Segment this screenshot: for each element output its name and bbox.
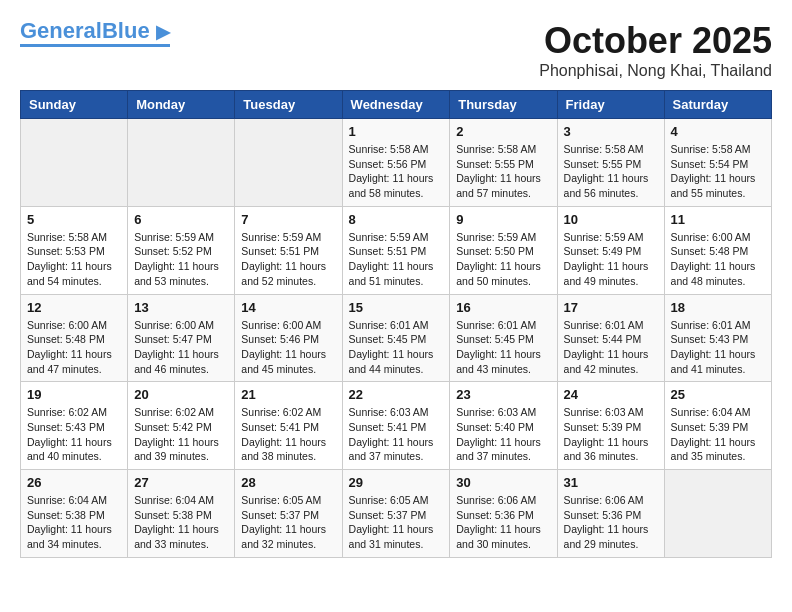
calendar-cell: 27Sunrise: 6:04 AM Sunset: 5:38 PM Dayli… <box>128 470 235 558</box>
week-row-1: 1Sunrise: 5:58 AM Sunset: 5:56 PM Daylig… <box>21 119 772 207</box>
day-info: Sunrise: 6:03 AM Sunset: 5:40 PM Dayligh… <box>456 405 550 464</box>
day-info: Sunrise: 5:58 AM Sunset: 5:54 PM Dayligh… <box>671 142 765 201</box>
calendar-cell: 23Sunrise: 6:03 AM Sunset: 5:40 PM Dayli… <box>450 382 557 470</box>
day-number: 19 <box>27 387 121 402</box>
day-number: 11 <box>671 212 765 227</box>
day-number: 1 <box>349 124 444 139</box>
day-number: 2 <box>456 124 550 139</box>
day-number: 25 <box>671 387 765 402</box>
calendar-cell <box>235 119 342 207</box>
day-number: 22 <box>349 387 444 402</box>
calendar-cell: 31Sunrise: 6:06 AM Sunset: 5:36 PM Dayli… <box>557 470 664 558</box>
calendar-cell: 20Sunrise: 6:02 AM Sunset: 5:42 PM Dayli… <box>128 382 235 470</box>
day-info: Sunrise: 6:03 AM Sunset: 5:39 PM Dayligh… <box>564 405 658 464</box>
day-info: Sunrise: 6:06 AM Sunset: 5:36 PM Dayligh… <box>456 493 550 552</box>
day-number: 30 <box>456 475 550 490</box>
weekday-header-monday: Monday <box>128 91 235 119</box>
day-info: Sunrise: 6:00 AM Sunset: 5:48 PM Dayligh… <box>671 230 765 289</box>
day-number: 12 <box>27 300 121 315</box>
day-info: Sunrise: 6:03 AM Sunset: 5:41 PM Dayligh… <box>349 405 444 464</box>
calendar-cell: 19Sunrise: 6:02 AM Sunset: 5:43 PM Dayli… <box>21 382 128 470</box>
day-number: 7 <box>241 212 335 227</box>
day-number: 20 <box>134 387 228 402</box>
day-info: Sunrise: 6:02 AM Sunset: 5:42 PM Dayligh… <box>134 405 228 464</box>
day-info: Sunrise: 6:01 AM Sunset: 5:44 PM Dayligh… <box>564 318 658 377</box>
calendar-cell: 26Sunrise: 6:04 AM Sunset: 5:38 PM Dayli… <box>21 470 128 558</box>
title-block: October 2025 Phonphisai, Nong Khai, Thai… <box>539 20 772 80</box>
day-info: Sunrise: 6:04 AM Sunset: 5:38 PM Dayligh… <box>27 493 121 552</box>
day-info: Sunrise: 6:02 AM Sunset: 5:43 PM Dayligh… <box>27 405 121 464</box>
calendar-cell: 1Sunrise: 5:58 AM Sunset: 5:56 PM Daylig… <box>342 119 450 207</box>
calendar-cell: 18Sunrise: 6:01 AM Sunset: 5:43 PM Dayli… <box>664 294 771 382</box>
page-header: GeneralBlue ▶ October 2025 Phonphisai, N… <box>20 20 772 80</box>
day-info: Sunrise: 6:01 AM Sunset: 5:43 PM Dayligh… <box>671 318 765 377</box>
day-number: 8 <box>349 212 444 227</box>
weekday-header-sunday: Sunday <box>21 91 128 119</box>
calendar-cell: 4Sunrise: 5:58 AM Sunset: 5:54 PM Daylig… <box>664 119 771 207</box>
day-info: Sunrise: 5:58 AM Sunset: 5:53 PM Dayligh… <box>27 230 121 289</box>
calendar-cell: 2Sunrise: 5:58 AM Sunset: 5:55 PM Daylig… <box>450 119 557 207</box>
day-number: 10 <box>564 212 658 227</box>
day-number: 27 <box>134 475 228 490</box>
calendar-cell: 22Sunrise: 6:03 AM Sunset: 5:41 PM Dayli… <box>342 382 450 470</box>
week-row-5: 26Sunrise: 6:04 AM Sunset: 5:38 PM Dayli… <box>21 470 772 558</box>
weekday-header-tuesday: Tuesday <box>235 91 342 119</box>
day-info: Sunrise: 5:59 AM Sunset: 5:50 PM Dayligh… <box>456 230 550 289</box>
day-number: 5 <box>27 212 121 227</box>
day-info: Sunrise: 6:01 AM Sunset: 5:45 PM Dayligh… <box>456 318 550 377</box>
week-row-4: 19Sunrise: 6:02 AM Sunset: 5:43 PM Dayli… <box>21 382 772 470</box>
logo-underline <box>20 44 170 47</box>
weekday-header-wednesday: Wednesday <box>342 91 450 119</box>
day-info: Sunrise: 5:58 AM Sunset: 5:55 PM Dayligh… <box>456 142 550 201</box>
calendar-cell: 21Sunrise: 6:02 AM Sunset: 5:41 PM Dayli… <box>235 382 342 470</box>
day-info: Sunrise: 5:59 AM Sunset: 5:49 PM Dayligh… <box>564 230 658 289</box>
calendar-cell: 17Sunrise: 6:01 AM Sunset: 5:44 PM Dayli… <box>557 294 664 382</box>
calendar-cell: 29Sunrise: 6:05 AM Sunset: 5:37 PM Dayli… <box>342 470 450 558</box>
day-number: 26 <box>27 475 121 490</box>
day-info: Sunrise: 6:05 AM Sunset: 5:37 PM Dayligh… <box>349 493 444 552</box>
day-number: 17 <box>564 300 658 315</box>
weekday-header-row: SundayMondayTuesdayWednesdayThursdayFrid… <box>21 91 772 119</box>
calendar-cell <box>21 119 128 207</box>
calendar-cell: 9Sunrise: 5:59 AM Sunset: 5:50 PM Daylig… <box>450 206 557 294</box>
day-info: Sunrise: 6:00 AM Sunset: 5:47 PM Dayligh… <box>134 318 228 377</box>
calendar-cell: 30Sunrise: 6:06 AM Sunset: 5:36 PM Dayli… <box>450 470 557 558</box>
calendar-cell: 8Sunrise: 5:59 AM Sunset: 5:51 PM Daylig… <box>342 206 450 294</box>
location: Phonphisai, Nong Khai, Thailand <box>539 62 772 80</box>
month-title: October 2025 <box>539 20 772 62</box>
day-number: 6 <box>134 212 228 227</box>
calendar-cell: 14Sunrise: 6:00 AM Sunset: 5:46 PM Dayli… <box>235 294 342 382</box>
day-info: Sunrise: 6:01 AM Sunset: 5:45 PM Dayligh… <box>349 318 444 377</box>
day-number: 16 <box>456 300 550 315</box>
day-info: Sunrise: 5:59 AM Sunset: 5:51 PM Dayligh… <box>241 230 335 289</box>
day-info: Sunrise: 5:58 AM Sunset: 5:56 PM Dayligh… <box>349 142 444 201</box>
calendar-cell <box>128 119 235 207</box>
calendar-cell: 10Sunrise: 5:59 AM Sunset: 5:49 PM Dayli… <box>557 206 664 294</box>
day-info: Sunrise: 6:04 AM Sunset: 5:38 PM Dayligh… <box>134 493 228 552</box>
calendar-cell: 6Sunrise: 5:59 AM Sunset: 5:52 PM Daylig… <box>128 206 235 294</box>
day-number: 28 <box>241 475 335 490</box>
calendar-cell: 25Sunrise: 6:04 AM Sunset: 5:39 PM Dayli… <box>664 382 771 470</box>
calendar-cell: 11Sunrise: 6:00 AM Sunset: 5:48 PM Dayli… <box>664 206 771 294</box>
weekday-header-saturday: Saturday <box>664 91 771 119</box>
calendar-cell: 12Sunrise: 6:00 AM Sunset: 5:48 PM Dayli… <box>21 294 128 382</box>
day-info: Sunrise: 5:59 AM Sunset: 5:52 PM Dayligh… <box>134 230 228 289</box>
logo: GeneralBlue ▶ <box>20 20 170 47</box>
day-number: 29 <box>349 475 444 490</box>
day-number: 18 <box>671 300 765 315</box>
day-info: Sunrise: 6:00 AM Sunset: 5:48 PM Dayligh… <box>27 318 121 377</box>
day-number: 31 <box>564 475 658 490</box>
day-number: 15 <box>349 300 444 315</box>
calendar-cell: 3Sunrise: 5:58 AM Sunset: 5:55 PM Daylig… <box>557 119 664 207</box>
day-number: 13 <box>134 300 228 315</box>
day-number: 9 <box>456 212 550 227</box>
day-info: Sunrise: 5:59 AM Sunset: 5:51 PM Dayligh… <box>349 230 444 289</box>
calendar-cell: 13Sunrise: 6:00 AM Sunset: 5:47 PM Dayli… <box>128 294 235 382</box>
weekday-header-friday: Friday <box>557 91 664 119</box>
day-info: Sunrise: 5:58 AM Sunset: 5:55 PM Dayligh… <box>564 142 658 201</box>
calendar-cell: 16Sunrise: 6:01 AM Sunset: 5:45 PM Dayli… <box>450 294 557 382</box>
day-number: 21 <box>241 387 335 402</box>
calendar-cell: 24Sunrise: 6:03 AM Sunset: 5:39 PM Dayli… <box>557 382 664 470</box>
calendar-table: SundayMondayTuesdayWednesdayThursdayFrid… <box>20 90 772 558</box>
day-number: 23 <box>456 387 550 402</box>
